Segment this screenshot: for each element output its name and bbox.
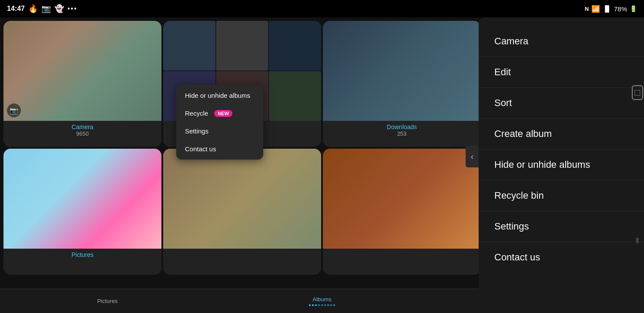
panel-camera[interactable]: Camera — [479, 26, 644, 57]
status-bar: 14:47 🔥 📷 👻 ••• N 📶 ▐▌ 78% 🔋 — [0, 0, 644, 17]
panel-create-album[interactable]: Create album — [479, 119, 644, 150]
more-icon[interactable]: ••• — [67, 5, 77, 13]
album-downloads[interactable]: Downloads 253 — [323, 21, 481, 147]
small-menu-recycle[interactable]: Recycle NEW — [176, 104, 263, 122]
dot-6 — [324, 304, 326, 306]
album-name-pictures: Pictures — [5, 251, 160, 258]
panel-create-album-label: Create album — [494, 128, 552, 139]
album-thumb-7 — [323, 149, 481, 249]
home-square-button[interactable]: □ — [632, 85, 643, 100]
small-menu-hide-unhide[interactable]: Hide or unhide albums — [176, 87, 263, 104]
album-count-camera: 9650 — [5, 130, 160, 137]
album-thumb-camera: 📷 — [3, 21, 161, 121]
recents-button[interactable]: ⦀ — [636, 236, 639, 245]
panel-hide-unhide[interactable]: Hide or unhide albums — [479, 150, 644, 180]
panel-hide-unhide-label: Hide or unhide albums — [494, 159, 590, 170]
nav-pictures[interactable]: Pictures — [0, 298, 215, 304]
nav-pictures-label: Pictures — [97, 298, 117, 304]
settings-label-small: Settings — [185, 127, 208, 135]
dot-9 — [333, 304, 335, 306]
dot-7 — [327, 304, 329, 306]
system-nav: □ ⦀ — [631, 17, 644, 313]
panel-camera-label: Camera — [494, 36, 528, 47]
album-camera[interactable]: 📷 Camera 9650 — [3, 21, 161, 147]
panel-settings[interactable]: Settings — [479, 211, 644, 242]
camera-icon: 📷 — [7, 103, 21, 117]
album-count-downloads: 253 — [325, 130, 479, 137]
album-name-camera: Camera — [5, 123, 160, 130]
dot-1 — [309, 304, 311, 306]
contact-label-small: Contact us — [185, 145, 216, 153]
nav-albums-dots — [309, 304, 335, 306]
battery-text: 78% — [614, 5, 627, 13]
panel-settings-label: Settings — [494, 221, 529, 232]
panel-sort[interactable]: Sort — [479, 88, 644, 119]
recycle-label: Recycle — [185, 110, 208, 117]
dot-4 — [318, 304, 320, 306]
right-panel: Camera Edit Sort Create album Hide or un… — [479, 17, 644, 313]
album-label-downloads: Downloads 253 — [323, 121, 481, 138]
nav-albums[interactable]: Albums — [215, 296, 429, 306]
album-pictures[interactable]: Pictures — [3, 149, 161, 275]
panel-edit[interactable]: Edit — [479, 57, 644, 88]
status-time: 14:47 — [7, 5, 25, 13]
album-6[interactable] — [163, 149, 321, 275]
hide-unhide-label: Hide or unhide albums — [185, 92, 250, 99]
camera2-icon: 👻 — [54, 4, 64, 13]
album-thumb-pictures — [3, 149, 161, 249]
small-menu-settings[interactable]: Settings — [176, 122, 263, 140]
nav-albums-label: Albums — [312, 296, 331, 303]
small-menu-contact[interactable]: Contact us — [176, 140, 263, 158]
dot-3 — [315, 304, 317, 306]
album-7[interactable] — [323, 149, 481, 275]
panel-recycle-bin-label: Recycle bin — [494, 190, 544, 201]
panel-recycle-bin[interactable]: Recycle bin — [479, 180, 644, 211]
album-label-camera: Camera 9650 — [3, 121, 161, 138]
back-chevron-icon: ‹ — [471, 152, 473, 161]
album-thumb-6 — [163, 149, 321, 249]
instagram-icon: 📷 — [41, 4, 51, 13]
flame-icon: 🔥 — [28, 4, 38, 13]
dot-2 — [312, 304, 314, 306]
panel-contact-us-label: Contact us — [494, 252, 540, 263]
battery-icon: 🔋 — [630, 5, 637, 12]
new-badge: NEW — [214, 110, 232, 117]
album-label-pictures: Pictures — [3, 249, 161, 259]
panel-sort-label: Sort — [494, 97, 512, 108]
status-bar-left: 14:47 🔥 📷 👻 ••• — [7, 4, 77, 13]
album-thumb-downloads — [323, 21, 481, 121]
signal-icon: ▐▌ — [603, 5, 611, 12]
panel-edit-label: Edit — [494, 67, 511, 77]
nfc-icon: N — [585, 6, 589, 12]
status-bar-right: N 📶 ▐▌ 78% 🔋 — [585, 5, 637, 13]
small-dropdown-menu: Hide or unhide albums Recycle NEW Settin… — [176, 85, 263, 160]
wifi-icon: 📶 — [591, 5, 600, 13]
back-arrow-button[interactable]: ‹ — [466, 146, 479, 167]
dot-8 — [330, 304, 332, 306]
album-name-downloads: Downloads — [325, 123, 479, 130]
dot-5 — [321, 304, 323, 306]
panel-contact-us[interactable]: Contact us — [479, 242, 644, 273]
